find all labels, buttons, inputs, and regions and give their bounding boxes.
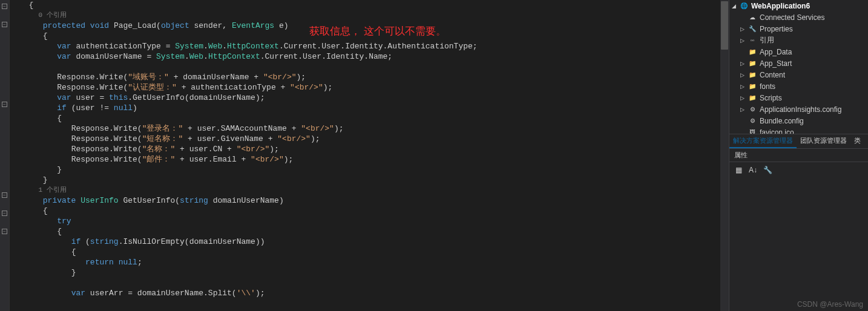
cfg-icon: ⚙: [748, 105, 757, 114]
tree-item-label: favicon.ico: [760, 128, 794, 134]
tree-item-label: App_Data: [760, 48, 792, 56]
fold-toggle[interactable]: −: [2, 4, 7, 9]
tab-solution-explorer[interactable]: 解决方案资源管理器: [729, 134, 797, 148]
fold-toggle[interactable]: −: [2, 229, 7, 234]
tree-item-label: Connected Services: [760, 13, 824, 22]
tree-item-label: Bundle.config: [760, 117, 804, 125]
fold-toggle[interactable]: −: [2, 192, 7, 198]
tree-item-label: Scripts: [760, 94, 782, 102]
folder-icon: 📁: [748, 82, 757, 91]
wrench-icon: 🔧: [748, 24, 757, 34]
ref-icon: ▫▫: [748, 36, 757, 45]
fold-toggle[interactable]: −: [2, 211, 7, 216]
tree-item[interactable]: ▷▫▫引用: [729, 34, 868, 46]
cloud-icon: ☁: [748, 13, 757, 22]
tab-team-explorer[interactable]: 团队资源管理器: [797, 134, 850, 148]
fold-toggle[interactable]: −: [2, 22, 7, 27]
watermark: CSDN @Ares-Wang: [797, 300, 863, 309]
cfg-icon: ⚙: [748, 116, 757, 126]
tree-item[interactable]: ▷📁App_Data: [729, 46, 868, 57]
expand-arrow-icon[interactable]: ▷: [740, 38, 748, 44]
tree-root[interactable]: ◢ 🌐 WebApplication6: [729, 0, 868, 11]
solution-tree[interactable]: ◢ 🌐 WebApplication6 ▷☁Connected Services…: [729, 0, 868, 134]
tree-item[interactable]: ▷📁App_Start: [729, 57, 868, 69]
fold-toggle[interactable]: −: [2, 102, 7, 107]
globe-icon: 🌐: [739, 1, 749, 11]
tree-item-label: 引用: [760, 35, 774, 45]
code-content[interactable]: { 0 个引用 protected void Page_Load(object …: [10, 0, 729, 311]
expand-arrow-icon[interactable]: ▷: [740, 61, 748, 67]
tree-item[interactable]: ▷🖼favicon.ico: [729, 126, 868, 134]
tree-item-label: fonts: [760, 82, 775, 91]
expand-arrow-icon[interactable]: ▷: [740, 95, 748, 101]
code-editor[interactable]: − − − − − − { 0 个引用 protected void Page_…: [0, 0, 729, 311]
annotation-text: 获取信息， 这个可以不需要。: [309, 24, 446, 38]
properties-toolbar: ▦ A↓ 🔧: [729, 162, 868, 178]
editor-scrollbar[interactable]: [720, 0, 729, 311]
codelens-refs[interactable]: 1 个引用: [39, 186, 67, 194]
folding-gutter: − − − − − −: [0, 0, 10, 311]
tree-item-label: ApplicationInsights.config: [760, 105, 841, 114]
solution-explorer: ◢ 🌐 WebApplication6 ▷☁Connected Services…: [729, 0, 868, 311]
folder-icon: 📁: [748, 59, 757, 68]
img-icon: 🖼: [748, 128, 757, 134]
tree-item[interactable]: ▷☁Connected Services: [729, 11, 868, 23]
wrench-icon[interactable]: 🔧: [762, 165, 773, 175]
expand-arrow-icon[interactable]: ▷: [740, 26, 748, 32]
tree-item-label: Content: [760, 71, 785, 79]
categorize-icon[interactable]: ▦: [733, 165, 744, 175]
tree-item[interactable]: ▷📁Content: [729, 69, 868, 80]
expand-arrow-icon[interactable]: ▷: [740, 72, 748, 78]
folder-icon: 📁: [748, 70, 757, 80]
folder-icon: 📁: [748, 93, 757, 103]
tree-item-label: Properties: [760, 25, 793, 33]
expand-arrow-icon[interactable]: ▷: [740, 106, 748, 113]
tab-class-view[interactable]: 类: [850, 134, 864, 148]
panel-tabs: 解决方案资源管理器 团队资源管理器 类: [729, 134, 868, 149]
tree-item[interactable]: ▷⚙ApplicationInsights.config: [729, 103, 868, 115]
tree-item-label: App_Start: [760, 59, 792, 68]
codelens-refs[interactable]: 0 个引用: [39, 11, 67, 19]
tree-item[interactable]: ▷📁fonts: [729, 80, 868, 92]
expand-arrow-icon[interactable]: ▷: [740, 83, 748, 90]
sort-alpha-icon[interactable]: A↓: [748, 165, 758, 175]
tree-item[interactable]: ▷📁Scripts: [729, 92, 868, 103]
tree-item[interactable]: ▷🔧Properties: [729, 23, 868, 34]
properties-panel-title: 属性: [729, 149, 868, 162]
tree-item[interactable]: ▷⚙Bundle.config: [729, 115, 868, 126]
project-name: WebApplication6: [751, 2, 810, 10]
folder-icon: 📁: [748, 47, 757, 57]
